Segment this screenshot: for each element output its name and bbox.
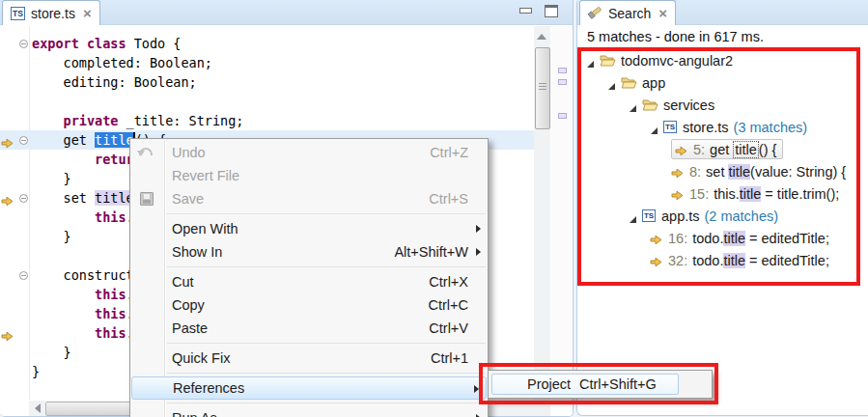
menu-item-label: Project	[527, 375, 571, 394]
menu-item-cut[interactable]: CutCtrl+X	[130, 270, 488, 293]
code-text: }	[32, 229, 71, 244]
expander-icon[interactable]	[650, 123, 658, 131]
code-line-5[interactable]: private _title: String;	[0, 111, 534, 130]
editor-tab-store-ts[interactable]: TS store.ts ×	[2, 0, 100, 25]
save-icon	[140, 192, 154, 206]
menu-item-project[interactable]: Project Ctrl+Shift+G	[491, 374, 679, 395]
menu-item-references[interactable]: References	[131, 376, 487, 400]
menu-separator	[167, 373, 486, 374]
code-text: }	[32, 171, 71, 186]
menu-item-shortcut: Ctrl+S	[429, 187, 468, 210]
fold-collapse-icon[interactable]	[19, 136, 28, 145]
menu-item-revert-file[interactable]: Revert File	[130, 164, 488, 187]
minimize-icon[interactable]	[519, 8, 532, 14]
match-text: get title() {	[710, 142, 776, 157]
menu-item-label: Undo	[172, 145, 206, 160]
match-line-number: 16:	[668, 231, 687, 246]
search-match-line-16[interactable]: 16:todo.title = editedTitle;	[579, 227, 867, 249]
search-match-line-8[interactable]: 8:set title(value: String) {	[579, 160, 867, 182]
menu-item-label: Save	[172, 191, 204, 207]
submenu-arrow-icon	[474, 385, 479, 393]
menu-item-label: Paste	[172, 320, 208, 336]
search-tab-label: Search	[608, 6, 651, 21]
menu-separator	[167, 266, 486, 267]
match-arrow-icon	[650, 255, 662, 265]
tree-item-services[interactable]: services	[579, 94, 867, 116]
menu-item-quick-fix[interactable]: Quick FixCtrl+1	[130, 347, 488, 370]
menu-item-shortcut: Ctrl+1	[431, 347, 468, 370]
search-status-text: 5 matches - done in 617 ms.	[587, 29, 764, 44]
tree-item-todomvc-angular2[interactable]: todomvc-angular2	[579, 49, 867, 71]
search-match-line-5[interactable]: 5:get title() {	[579, 138, 867, 160]
menu-item-shortcut: Ctrl+Shift+G	[579, 375, 657, 394]
search-tab[interactable]: Search ×	[579, 0, 676, 25]
match-text: todo.title = editedTitle;	[692, 231, 829, 246]
menu-item-shortcut: Ctrl+V	[429, 317, 468, 340]
menu-item-shortcut: Ctrl+C	[429, 293, 469, 317]
menu-item-copy[interactable]: CopyCtrl+C	[130, 293, 488, 317]
menu-item-save[interactable]: SaveCtrl+S	[130, 187, 488, 210]
search-match-marker-icon	[1, 192, 14, 203]
flashlight-icon	[588, 5, 602, 22]
editor-window-buttons	[519, 5, 558, 17]
menu-item-label: References	[173, 380, 244, 396]
code-line-4[interactable]	[0, 92, 534, 111]
editor-tab-label: store.ts	[31, 6, 75, 21]
occurrence-marker[interactable]	[558, 68, 567, 73]
vertical-scrollbar-thumb[interactable]	[535, 47, 550, 129]
match-arrow-icon	[671, 166, 684, 177]
menu-item-show-in[interactable]: Show InAlt+Shift+W	[130, 240, 488, 264]
menu-item-paste[interactable]: PasteCtrl+V	[130, 317, 488, 340]
menu-item-run-as[interactable]: Run As	[130, 406, 488, 417]
match-count: (3 matches)	[734, 120, 808, 135]
typescript-file-icon: TS	[11, 7, 25, 20]
match-text: set title(value: String) {	[706, 164, 846, 180]
match-line-number: 5:	[693, 142, 705, 157]
occurrence-marker[interactable]	[558, 113, 567, 119]
search-match-line-15[interactable]: 15:this.title = title.trim();	[579, 182, 867, 205]
code-text: editing: Boolean;	[32, 74, 197, 90]
ts-file-icon: TS	[642, 209, 656, 222]
tree-item-label: services	[663, 97, 714, 113]
tree-item-app[interactable]: app	[579, 71, 867, 94]
match-text: todo.title = editedTitle;	[692, 253, 829, 268]
menu-item-label: Run As	[172, 410, 217, 417]
occurrence-marker[interactable]	[558, 79, 567, 85]
fold-collapse-icon[interactable]	[19, 271, 28, 280]
code-line-2[interactable]: completed: Boolean;	[0, 53, 534, 72]
tree-item-label: app	[642, 75, 665, 91]
menu-item-undo[interactable]: UndoCtrl+Z	[130, 141, 488, 164]
tab-close-icon[interactable]: ×	[83, 6, 92, 20]
search-match-line-32[interactable]: 32:todo.title = editedTitle;	[579, 249, 867, 271]
menu-item-label: Cut	[172, 274, 194, 290]
tree-item-app-ts[interactable]: TSapp.ts(2 matches)	[579, 205, 867, 227]
code-line-1[interactable]: export class Todo {	[0, 34, 534, 53]
search-match-marker-icon	[1, 327, 14, 338]
fold-collapse-icon[interactable]	[19, 40, 28, 48]
menu-item-label: Copy	[172, 297, 205, 313]
selected-match-box: 5:get title() {	[671, 139, 783, 159]
menu-item-shortcut: Alt+Shift+W	[394, 240, 468, 264]
expander-icon[interactable]	[607, 78, 616, 87]
expander-icon[interactable]	[586, 56, 595, 65]
maximize-icon[interactable]	[545, 5, 558, 17]
submenu-arrow-icon	[476, 248, 481, 256]
scroll-up-icon[interactable]	[537, 34, 546, 40]
expander-icon[interactable]	[629, 211, 637, 220]
references-submenu: Project Ctrl+Shift+G	[488, 370, 713, 399]
folder-icon	[600, 54, 616, 67]
menu-item-label: Revert File	[172, 168, 239, 183]
expander-icon[interactable]	[629, 100, 637, 109]
menu-item-open-with[interactable]: Open With	[130, 217, 488, 240]
eclipse-window: TS store.ts × export class Todo { comple…	[0, 0, 868, 417]
menu-item-label: Open With	[172, 221, 238, 236]
overview-ruler	[551, 26, 573, 400]
fold-collapse-icon[interactable]	[19, 194, 28, 203]
code-line-3[interactable]: editing: Boolean;	[0, 72, 534, 92]
menu-separator	[167, 213, 486, 214]
editor-vertical-scrollbar[interactable]	[534, 26, 550, 400]
match-arrow-icon	[650, 233, 662, 243]
search-tab-close-icon[interactable]: ×	[658, 6, 667, 20]
scroll-left-icon[interactable]	[35, 403, 41, 413]
tree-item-store-ts[interactable]: TSstore.ts(3 matches)	[579, 116, 867, 138]
